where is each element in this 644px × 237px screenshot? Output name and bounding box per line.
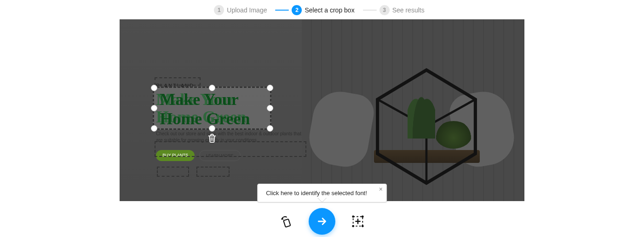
trash-icon (207, 133, 217, 143)
text-detection-box[interactable] (157, 167, 189, 177)
svg-point-7 (362, 225, 364, 227)
rotate-button[interactable] (278, 214, 294, 229)
step-1-label[interactable]: Upload Image (227, 6, 267, 14)
stepper-connector (363, 10, 377, 11)
delete-selection-button[interactable] (206, 132, 218, 144)
step-2-label[interactable]: Select a crop box (305, 6, 354, 14)
step-3-label[interactable]: See results (392, 6, 425, 14)
crop-text-line1: Make Your (160, 90, 239, 109)
step-1-number: 1 (214, 5, 224, 15)
add-selection-button[interactable] (350, 214, 366, 229)
crop-selection[interactable]: Make Your Home Green (153, 87, 271, 130)
crop-handle-w[interactable] (151, 105, 157, 111)
text-detection-box[interactable] (155, 141, 306, 157)
text-detection-box[interactable] (196, 167, 230, 177)
tooltip-text: Click here to identify the selected font… (266, 190, 367, 197)
crop-text-line2: Home Green (160, 109, 250, 128)
crop-canvas[interactable]: PLANTLAND Make Your Home Green Check out… (120, 19, 524, 201)
svg-point-6 (352, 225, 354, 227)
identify-tooltip: Click here to identify the selected font… (257, 184, 387, 202)
uploaded-image: PLANTLAND Make Your Home Green Check out… (120, 19, 524, 201)
text-detection-box[interactable] (155, 77, 201, 86)
action-bar (278, 208, 366, 235)
svg-point-5 (362, 215, 364, 218)
rotate-icon (279, 214, 293, 228)
add-selection-icon (351, 214, 365, 228)
tooltip-close-button[interactable]: × (379, 186, 383, 192)
identify-font-button[interactable] (309, 208, 335, 235)
step-3-number: 3 (380, 5, 390, 15)
step-2-number: 2 (292, 5, 302, 15)
stepper: 1 Upload Image 2 Select a crop box 3 See… (0, 0, 644, 17)
crop-handle-nw[interactable] (151, 85, 157, 91)
arrow-right-icon (316, 215, 328, 227)
svg-point-4 (352, 215, 354, 218)
svg-rect-2 (283, 219, 290, 227)
stepper-connector (275, 10, 289, 11)
